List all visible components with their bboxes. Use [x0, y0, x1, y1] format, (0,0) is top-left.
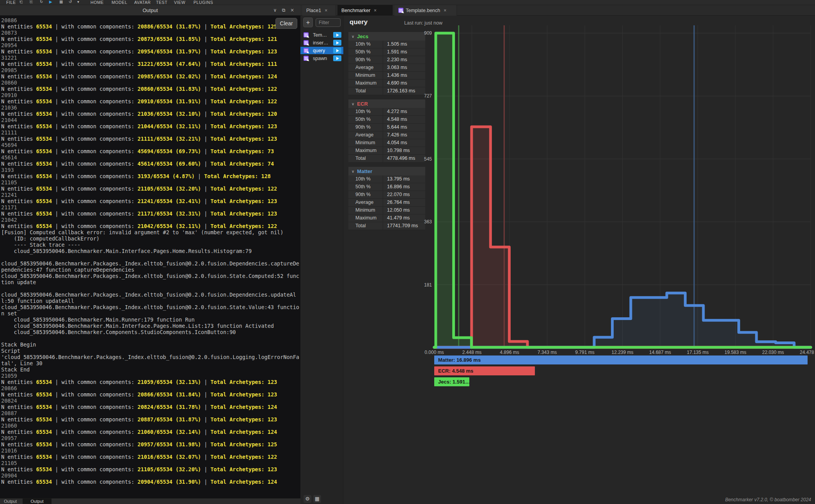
report-chart-icon[interactable]: ▦	[313, 495, 321, 503]
stats-section-header-matter[interactable]: ∨Matter	[348, 167, 425, 175]
stat-row: 90th %5.644 ms	[348, 124, 425, 131]
console-line-text: [Fusion] Computed callback error: invali…	[1, 229, 300, 235]
stats-section-header-jecs[interactable]: ∨Jecs	[348, 32, 425, 41]
menu-plugins[interactable]: PLUGINS	[194, 0, 213, 5]
console-line-number: 21171	[1, 204, 300, 210]
doc-tab-template-bench[interactable]: Template.bench×	[394, 5, 457, 16]
benchmark-list-panel: + Filter Tem…inser…queryspawn ⚙ ▦	[300, 16, 343, 504]
legend-bar-jecs: Jecs: 1.591…	[434, 377, 469, 386]
stat-value: 5.644 ms	[383, 124, 425, 131]
clear-button[interactable]: Clear	[275, 18, 297, 29]
stat-row: Maximum41.479 ms	[348, 214, 425, 222]
close-icon[interactable]: ×	[289, 7, 296, 13]
tab-close-icon[interactable]: ×	[374, 8, 376, 13]
menu-file[interactable]: FILE	[6, 0, 16, 5]
play-icon[interactable]: ▶	[49, 0, 52, 4]
x-axis-tick-label: 0.000 ms	[424, 350, 444, 355]
console-line-blank	[1, 335, 300, 341]
benchmark-item-spawn[interactable]: spawn	[300, 55, 343, 62]
benchmark-item-query[interactable]: query	[300, 47, 343, 54]
run-benchmark-play-button[interactable]	[333, 55, 341, 61]
console-line-bench: N entities 65534 | with common component…	[1, 148, 300, 154]
tab-close-icon[interactable]: ×	[444, 8, 446, 13]
menu-view[interactable]: VIEW	[174, 0, 185, 5]
stat-value: 1.436 ms	[383, 72, 425, 79]
stat-row: 50th %16.896 ms	[348, 183, 425, 191]
console-line-number: 45614	[1, 154, 300, 161]
stats-section-header-ecr[interactable]: ∨ECR	[348, 99, 425, 108]
output-dock-tab[interactable]: Output	[23, 499, 51, 504]
run-benchmark-play-button[interactable]	[333, 40, 341, 46]
x-axis-tick-label: 9.791 ms	[575, 350, 594, 355]
y-axis-tick-label: 181	[424, 282, 432, 288]
doc-tab-benchmarker[interactable]: Benchmarker×	[337, 5, 393, 16]
settings-gear-icon[interactable]: ⚙	[304, 495, 311, 503]
console-line-text: cloud_5853950046.Benchmarker.Components.…	[1, 329, 300, 335]
add-benchmark-button[interactable]: +	[303, 18, 313, 27]
doc-tab-label: Benchmarker	[341, 8, 370, 13]
stat-row: Average26.764 ms	[348, 199, 425, 207]
console-line-bench: N entities 65534 | with common component…	[1, 479, 300, 485]
filter-input[interactable]: Filter	[316, 18, 341, 27]
console-line-bench: N entities 65534 | with common component…	[1, 48, 300, 55]
chevron-down-icon[interactable]: ▾	[77, 0, 79, 4]
tab-close-icon[interactable]: ×	[325, 8, 327, 13]
histogram-svg: 0.000 ms2.448 ms4.896 ms7.343 ms9.791 ms…	[423, 23, 815, 355]
redo-icon[interactable]: ↻	[40, 0, 43, 4]
popout-icon[interactable]: ⧉	[280, 7, 287, 13]
stat-row: 10th %13.795 ms	[348, 175, 425, 183]
console-line-text: 'cloud_5853950046.Benchmarker.Packages._…	[1, 354, 300, 366]
stat-row: Minimum1.436 ms	[348, 72, 425, 80]
paste-icon[interactable]: ⎗	[20, 0, 23, 4]
stat-value: 1.591 ms	[383, 48, 425, 56]
stat-label: 90th %	[348, 124, 383, 131]
console-line-number: 21105	[1, 179, 300, 186]
run-benchmark-play-button[interactable]	[333, 48, 341, 53]
undo-icon[interactable]: ↺	[69, 0, 72, 4]
output-console[interactable]: 20886N entities 65534 | with common comp…	[0, 16, 300, 498]
stat-row: 90th %22.070 ms	[348, 191, 425, 199]
stat-label: 50th %	[348, 48, 383, 56]
console-line-bench: N entities 65534 | with common component…	[1, 210, 300, 217]
doc-tab-place1[interactable]: Place1×	[302, 5, 336, 16]
run-benchmark-play-button[interactable]	[333, 32, 341, 38]
stat-row: Maximum4.690 ms	[348, 80, 425, 87]
benchmark-item-inser[interactable]: inser…	[300, 39, 343, 46]
benchmark-item-Tem[interactable]: Tem…	[300, 31, 343, 39]
copy-icon[interactable]: ⎘	[30, 0, 33, 4]
console-line-bench: N entities 65534 | with common component…	[1, 186, 300, 192]
output-dock-caption: Output	[4, 499, 17, 504]
y-axis-tick-label: 909	[424, 30, 432, 36]
stat-label: Average	[348, 131, 383, 139]
chevron-down-icon[interactable]: ∨	[272, 7, 279, 13]
console-line-number: 20954	[1, 42, 300, 48]
console-line-number: 21044	[1, 117, 300, 123]
legend-bar-matter: Matter: 16.896 ms	[434, 355, 808, 364]
doc-tab-label: Template.bench	[406, 8, 440, 13]
stat-value: 4.548 ms	[383, 116, 425, 123]
menu-avatar[interactable]: AVATAR	[134, 0, 151, 5]
console-line-text: cloud_5853950046.Benchmarker.Packages._I…	[1, 304, 300, 317]
doc-tab-label: Place1	[306, 8, 321, 13]
console-line-blank	[1, 285, 300, 292]
menu-test[interactable]: TEST	[156, 0, 167, 5]
console-line-bench: N entities 65534 | with common component…	[1, 466, 300, 472]
console-line-text: ---- Stack trace ----	[1, 242, 300, 248]
console-line-bench: N entities 65534 | with common component…	[1, 198, 300, 204]
stat-value: 1.505 ms	[383, 41, 425, 48]
script-icon	[398, 8, 403, 13]
menu-model[interactable]: MODEL	[112, 0, 127, 5]
menu-home[interactable]: HOME	[91, 0, 104, 5]
stat-value: 1726.163 ms	[383, 87, 425, 95]
stat-label: 50th %	[348, 116, 383, 123]
x-axis-tick-label: 4.896 ms	[500, 350, 519, 355]
console-line-bench: N entities 65534 | with common component…	[1, 61, 300, 67]
stop-icon[interactable]: ■	[59, 0, 63, 4]
console-line-text: cloud_5853950046.Benchmarker.Packages._I…	[1, 292, 300, 304]
stat-label: Average	[348, 199, 383, 206]
stat-value: 3.063 ms	[383, 64, 425, 71]
stat-row: Total4778.496 ms	[348, 155, 425, 163]
chevron-down-icon: ∨	[352, 102, 354, 106]
stat-row: Total1726.163 ms	[348, 87, 425, 95]
console-line-bench: N entities 65534 | with common component…	[1, 429, 300, 435]
